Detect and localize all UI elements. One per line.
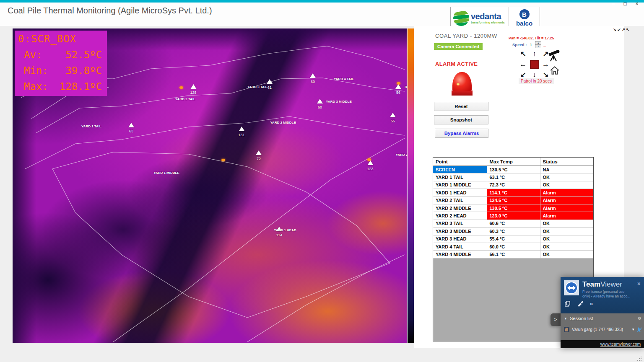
hotspot-temp-value: 61	[267, 85, 273, 90]
ptz-up-button[interactable]: ↑	[529, 49, 540, 59]
cell-point[interactable]: YARD 4 MIDDLE	[433, 251, 487, 258]
cell-point[interactable]: YARD 1 MIDDLE	[433, 181, 487, 189]
avatar	[564, 327, 569, 332]
cell-status[interactable]: Alarm	[540, 212, 593, 220]
table-row[interactable]: YARD 2 MIDDLE130.5 °CAlarm	[433, 204, 593, 212]
cell-point[interactable]: YARD 2 HEAD	[433, 212, 487, 220]
zone-label: YARD 3 TAIL	[247, 85, 267, 89]
cell-max-temp[interactable]: 60.3 °C	[487, 228, 540, 235]
cell-point[interactable]: YARD 3 TAIL	[433, 220, 487, 227]
teamviewer-side-tab[interactable]: >	[551, 313, 561, 326]
brush-icon[interactable]	[577, 301, 583, 307]
snapshot-button[interactable]: Snapshot	[434, 115, 488, 124]
session-caret-icon[interactable]: ▼	[564, 317, 567, 321]
cell-max-temp[interactable]: 56.1 °C	[487, 251, 540, 258]
zone-label: YARD 2 H	[396, 153, 407, 157]
cell-point[interactable]: YARD 3 HEAD	[433, 235, 487, 243]
close-button[interactable]: ×	[634, 1, 640, 7]
table-row[interactable]: YARD 1 MIDDLE72.3 °COK	[433, 181, 593, 189]
cell-max-temp[interactable]: 124.5 °C	[487, 197, 540, 204]
copy-icon[interactable]	[565, 301, 571, 307]
gear-icon[interactable]: ⚙	[638, 316, 641, 321]
cell-max-temp[interactable]: 114.1 °C	[487, 189, 540, 197]
table-row[interactable]: YADD 1 HEAD114.1 °CAlarm	[433, 189, 593, 197]
cell-status[interactable]: OK	[540, 243, 593, 250]
maximize-button[interactable]: □	[622, 1, 628, 7]
bypass-alarms-button[interactable]: Bypass Alarms	[435, 129, 488, 138]
cell-point[interactable]: SCREEN	[433, 166, 487, 173]
cell-max-temp[interactable]: 130.5 °C	[487, 166, 540, 173]
triangle-icon	[395, 84, 401, 89]
ptz-stop-button[interactable]	[530, 60, 539, 69]
home-position-icon[interactable]	[549, 65, 560, 76]
ptz-left-button[interactable]: ←	[517, 59, 529, 70]
zone-label: YARD 4 TAIL	[334, 77, 354, 81]
cell-status[interactable]: OK	[540, 173, 593, 181]
cell-status[interactable]: Alarm	[540, 189, 593, 197]
cell-point[interactable]: YADD 1 HEAD	[433, 189, 487, 197]
hotspot-temp-value: 55	[390, 119, 396, 123]
max-label: Max:	[24, 81, 48, 93]
user-dropdown-icon[interactable]: ▼	[631, 328, 635, 331]
reset-button[interactable]: Reset	[434, 102, 488, 111]
cell-point[interactable]: YARD 2 MIDDLE	[433, 204, 487, 212]
resize-grip[interactable]	[636, 356, 641, 361]
triangle-icon	[190, 84, 196, 89]
table-row[interactable]: YARD 3 HEAD55.4 °COK	[433, 235, 593, 243]
session-user-row[interactable]: Varun garg (1 747 496 323) ▼	[564, 327, 642, 332]
cell-max-temp[interactable]: 123.0 °C	[487, 212, 540, 220]
minimize-button[interactable]: –	[610, 1, 616, 7]
table-row[interactable]: YARD 4 TAIL60.0 °COK	[433, 243, 593, 250]
camera-status-badge: Camera Connected	[434, 43, 483, 50]
cell-max-temp[interactable]: 60.6 °C	[487, 220, 540, 227]
cell-point[interactable]: YARD 2 TAIL	[433, 197, 487, 204]
collapse-panel-icon[interactable]: ↘↙↗↖	[613, 28, 623, 32]
table-row[interactable]: YARD 2 HEAD123.0 °CAlarm	[433, 212, 593, 220]
session-user-name: Varun garg (1 747 496 323)	[572, 327, 623, 332]
camera-tripod-icon[interactable]	[547, 49, 561, 62]
hotspot-temp-value: 131	[238, 133, 244, 137]
cell-max-temp[interactable]: 72.3 °C	[487, 181, 540, 189]
zone-label: YARD 2 TAIL	[175, 97, 195, 101]
cell-point[interactable]: YARD 3 MIDDLE	[433, 228, 487, 235]
cell-max-temp[interactable]: 60.0 °C	[487, 243, 540, 250]
speed-stepper[interactable]: ▲▼	[535, 41, 541, 48]
cell-max-temp[interactable]: 130.5 °C	[487, 204, 540, 212]
cell-status[interactable]: OK	[540, 228, 593, 235]
cell-max-temp[interactable]: 63.1 °C	[487, 173, 540, 181]
teamviewer-close-icon[interactable]: ×	[637, 280, 641, 287]
table-row[interactable]: SCREEN130.5 °CNA	[433, 166, 593, 173]
triangle-icon	[317, 99, 323, 103]
hotspot-temp-value: 56	[395, 90, 401, 95]
table-row[interactable]: YARD 1 TAIL63.1 °COK	[433, 173, 593, 181]
cell-status[interactable]: Alarm	[540, 197, 593, 204]
cell-max-temp[interactable]: 55.4 °C	[487, 235, 540, 243]
table-row[interactable]: YARD 3 TAIL60.6 °COK	[433, 220, 593, 227]
teamviewer-header: TeamViewer × Free license (personal use …	[561, 277, 644, 313]
table-row[interactable]: YARD 2 TAIL124.5 °CAlarm	[433, 197, 593, 204]
cell-point[interactable]: YARD 1 TAIL	[433, 173, 487, 181]
cell-status[interactable]: NA	[540, 166, 593, 173]
max-value: 128.1ºC	[60, 81, 102, 93]
cell-status[interactable]: OK	[540, 220, 593, 227]
hotspot-marker: 60	[310, 73, 316, 84]
vedanta-wordmark: vedanta	[471, 12, 505, 21]
cell-status[interactable]: OK	[540, 235, 593, 243]
avg-value: 52.5ºC	[65, 49, 102, 61]
teamviewer-logo-icon	[564, 280, 579, 295]
table-row[interactable]: YARD 3 MIDDLE60.3 °COK	[433, 228, 593, 235]
cell-status[interactable]: Alarm	[540, 204, 593, 212]
collapse-chevrons-icon[interactable]: «	[590, 300, 593, 307]
hotspot-marker: 61	[267, 79, 273, 90]
cell-point[interactable]: YARD 4 TAIL	[433, 243, 487, 250]
no-remote-cursor-icon[interactable]	[637, 327, 642, 332]
cell-status[interactable]: OK	[540, 251, 593, 258]
triangle-icon	[390, 113, 396, 117]
table-row[interactable]: YARD 4 MIDDLE56.1 °COK	[433, 251, 593, 258]
speed-cursor: _	[543, 42, 546, 47]
cell-status[interactable]: OK	[540, 181, 593, 189]
ptz-up-left-button[interactable]: ↖	[517, 49, 529, 59]
temp-table-body: SCREEN130.5 °CNAYARD 1 TAIL63.1 °COKYARD…	[433, 166, 593, 259]
teamviewer-website-link[interactable]: www.teamviewer.com	[600, 342, 641, 346]
zone-label: RD	[405, 85, 407, 89]
